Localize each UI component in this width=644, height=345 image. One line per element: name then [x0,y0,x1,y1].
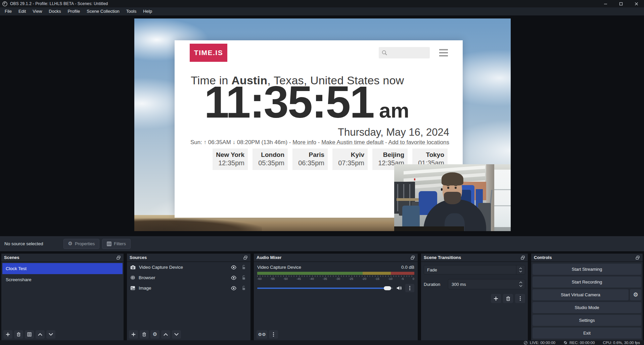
title-bar: OBS 29.1.2 - Profile: LLHLS BETA - Scene… [0,0,644,7]
close-button[interactable] [629,0,644,7]
lock-open-icon[interactable] [242,275,246,280]
timeis-sun-line: Sun: ↑ 06:35AM ↓ 08:20PM (13h 46m) - Mor… [190,139,449,146]
select-arrows[interactable] [516,265,525,274]
hamburger-menu-icon[interactable] [439,49,448,56]
source-item-image[interactable]: Image [127,283,250,293]
speaker-icon[interactable] [396,286,402,291]
maximize-button[interactable] [613,0,629,7]
source-item-video-capture[interactable]: Video Capture Device [127,262,250,272]
move-source-down-button[interactable] [172,330,181,339]
search-icon [381,50,387,56]
add-source-button[interactable] [129,330,138,339]
transition-select[interactable]: Fade [424,265,525,274]
popout-icon[interactable] [243,255,248,260]
controls-panel: Controls Start Streaming Start Recording… [531,254,643,340]
city-london[interactable]: London05:35pm [252,148,288,170]
duration-spinbox[interactable]: 300 ms [448,279,525,289]
more-info-link[interactable]: More info [292,139,316,145]
filters-button[interactable]: Filters [102,239,130,249]
scenes-panel-header[interactable]: Scenes [1,254,124,262]
double-gear-icon: ⚙⚙ [258,332,266,337]
popout-icon[interactable] [116,255,121,260]
menu-bar: File Edit View Docks Profile Scene Colle… [0,7,644,15]
meter-tick-marks [257,275,414,277]
remove-scene-button[interactable] [14,330,23,339]
scene-item-clock-test[interactable]: Clock Test [2,263,123,274]
preview-area: TIME.IS Time in Austin, Texas, United St… [0,15,644,236]
timeis-date: Thursday, May 16, 2024 [338,126,449,138]
webcam-desk-edge [394,226,464,231]
start-virtual-camera-button[interactable]: Start Virtual Camera [533,289,629,300]
popout-icon[interactable] [520,255,525,260]
program-preview[interactable]: TIME.IS Time in Austin, Texas, United St… [134,18,511,231]
move-source-up-button[interactable] [161,330,170,339]
city-kyiv[interactable]: Kyiv07:35pm [332,148,368,170]
scene-filters-button[interactable] [25,330,34,339]
menu-view[interactable]: View [29,7,45,15]
city-newyork[interactable]: New York12:35pm [213,148,248,170]
webcam-alarm-light [414,178,415,180]
menu-file[interactable]: File [1,7,15,15]
timeis-search-input[interactable] [379,47,430,58]
add-scene-button[interactable] [3,330,12,339]
chevron-down-icon [519,285,522,287]
start-streaming-button[interactable]: Start Streaming [533,264,641,275]
controls-panel-header[interactable]: Controls [531,254,643,262]
live-status: LIVE: 00:00:00 [523,341,555,345]
add-favorite-link[interactable]: Add to favorite locations [388,139,449,145]
remove-transition-button[interactable] [503,294,513,303]
rec-status: REC: 00:00:00 [563,341,595,345]
mixer-db-value: 0.0 dB [401,265,414,270]
transition-menu-button[interactable] [515,294,525,303]
menu-profile[interactable]: Profile [64,7,83,15]
transitions-panel-header[interactable]: Scene Transitions [421,254,528,262]
visibility-eye-icon[interactable] [231,286,237,290]
timeis-clock: 11:35:51 am [204,77,409,127]
lock-open-icon[interactable] [242,265,246,270]
exit-button[interactable]: Exit [533,328,641,339]
meter-tick-labels: -60-55-50-45-40-35-30-25-20-15-10-50 [257,277,414,281]
spinbox-arrows[interactable] [517,282,525,287]
city-paris[interactable]: Paris06:35pm [292,148,328,170]
add-transition-button[interactable] [491,294,501,303]
settings-button[interactable]: Settings [533,315,641,326]
obs-logo-icon [2,1,7,6]
move-scene-up-button[interactable] [36,330,45,339]
menu-help[interactable]: Help [140,7,155,15]
volume-slider-handle[interactable] [384,286,391,290]
move-scene-down-button[interactable] [46,330,55,339]
menu-scene-collection[interactable]: Scene Collection [83,7,123,15]
mixer-menu-button[interactable] [269,330,278,339]
start-recording-button[interactable]: Start Recording [533,276,641,288]
camera-icon [130,265,136,270]
clock-ampm: am [379,98,409,122]
make-default-link[interactable]: Make Austin time default [321,139,383,145]
popout-icon[interactable] [410,255,415,260]
menu-edit[interactable]: Edit [15,7,29,15]
menu-tools[interactable]: Tools [123,7,140,15]
visibility-eye-icon[interactable] [231,276,237,280]
virtual-camera-config-button[interactable]: ⚙ [630,289,641,300]
source-item-browser[interactable]: Browser [127,272,250,283]
sources-panel-header[interactable]: Sources [127,254,250,262]
audio-level-meter [257,272,414,275]
source-properties-button[interactable]: ⚙ [150,330,159,339]
status-bar: LIVE: 00:00:00 REC: 00:00:00 CPU: 0.6%, … [0,340,644,345]
visibility-eye-icon[interactable] [231,265,237,269]
dots-vertical-icon [273,332,274,337]
properties-button[interactable]: ⚙ Properties [63,239,100,249]
scenes-panel: Scenes Clock Test Screenshare [1,254,124,340]
advanced-audio-button[interactable]: ⚙⚙ [257,330,267,339]
volume-slider[interactable] [257,286,393,291]
window-title: OBS 29.1.2 - Profile: LLHLS BETA - Scene… [10,1,108,6]
mixer-channel-menu-button[interactable] [405,284,414,292]
popout-icon[interactable] [635,255,640,260]
scene-item-screenshare[interactable]: Screenshare [2,274,123,285]
minimize-button[interactable] [598,0,613,7]
timeis-header: TIME.IS [190,43,449,62]
menu-docks[interactable]: Docks [45,7,64,15]
studio-mode-button[interactable]: Studio Mode [533,302,641,313]
audio-mixer-header[interactable]: Audio Mixer [254,254,418,262]
lock-open-icon[interactable] [242,286,246,291]
remove-source-button[interactable] [140,330,149,339]
